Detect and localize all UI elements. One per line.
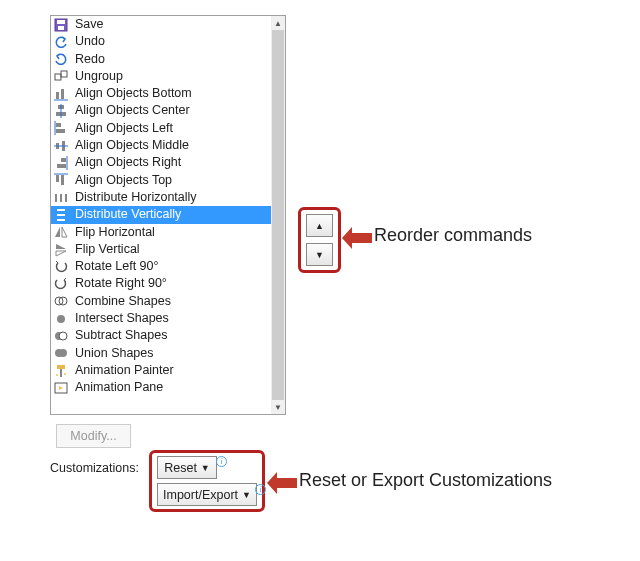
- list-item[interactable]: Flip Vertical: [51, 241, 273, 258]
- save-icon: [53, 17, 69, 33]
- redo-icon: [53, 51, 69, 67]
- svg-rect-18: [61, 158, 66, 162]
- callout-arrow-icon: [267, 470, 297, 496]
- svg-rect-7: [61, 89, 64, 99]
- list-item-label: Animation Painter: [75, 362, 174, 379]
- import-export-button[interactable]: Import/Export ▼: [157, 483, 257, 506]
- rotate-right-icon: [53, 276, 69, 292]
- union-shapes-icon: [53, 345, 69, 361]
- list-item[interactable]: Align Objects Bottom: [51, 85, 273, 102]
- list-item[interactable]: Ungroup: [51, 68, 273, 85]
- animation-pane-icon: [53, 380, 69, 396]
- list-item-label: Intersect Shapes: [75, 310, 169, 327]
- list-item[interactable]: Undo: [51, 33, 273, 50]
- svg-point-39: [64, 373, 66, 375]
- reorder-buttons-callout-box: ▲ ▼: [298, 207, 341, 273]
- list-item[interactable]: Union Shapes: [51, 345, 273, 362]
- svg-rect-25: [60, 194, 62, 202]
- distribute-vertical-icon: [53, 207, 69, 223]
- flip-vertical-icon: [53, 242, 69, 258]
- list-item[interactable]: Align Objects Left: [51, 120, 273, 137]
- list-item[interactable]: Animation Painter: [51, 362, 273, 379]
- svg-point-38: [56, 374, 58, 376]
- animation-painter-icon: [53, 363, 69, 379]
- svg-point-35: [59, 349, 67, 357]
- svg-rect-22: [61, 175, 64, 185]
- list-item[interactable]: Combine Shapes: [51, 293, 273, 310]
- reset-export-callout-box: Reset ▼ Import/Export ▼: [149, 450, 265, 512]
- list-item[interactable]: Rotate Right 90°: [51, 275, 273, 292]
- align-right-icon: [53, 155, 69, 171]
- move-down-button[interactable]: ▼: [306, 243, 333, 266]
- combine-shapes-icon: [53, 293, 69, 309]
- list-item[interactable]: Align Objects Center: [51, 102, 273, 119]
- list-item-label: Redo: [75, 51, 105, 68]
- list-item[interactable]: Flip Horizontal: [51, 224, 273, 241]
- list-item-label: Rotate Right 90°: [75, 275, 167, 292]
- command-list[interactable]: SaveUndoRedoUngroupAlign Objects BottomA…: [51, 16, 273, 414]
- list-item-label: Subtract Shapes: [75, 327, 167, 344]
- subtract-shapes-icon: [53, 328, 69, 344]
- align-bottom-icon: [53, 86, 69, 102]
- customizations-label: Customizations:: [50, 461, 139, 475]
- reset-button-label: Reset: [164, 461, 197, 475]
- reorder-callout-label: Reorder commands: [374, 225, 532, 246]
- modify-button-label: Modify...: [70, 429, 116, 443]
- list-item[interactable]: Redo: [51, 51, 273, 68]
- scrollbar-thumb[interactable]: [272, 30, 284, 400]
- list-item[interactable]: Subtract Shapes: [51, 327, 273, 344]
- caret-down-icon: ▼: [201, 463, 210, 473]
- list-item-label: Align Objects Center: [75, 102, 190, 119]
- info-icon[interactable]: i: [255, 484, 266, 495]
- list-item[interactable]: Align Objects Right: [51, 154, 273, 171]
- move-up-button[interactable]: ▲: [306, 214, 333, 237]
- svg-rect-5: [61, 71, 67, 77]
- list-item[interactable]: Align Objects Top: [51, 172, 273, 189]
- list-item[interactable]: Save: [51, 16, 273, 33]
- list-item-label: Align Objects Middle: [75, 137, 189, 154]
- list-item[interactable]: Distribute Horizontally: [51, 189, 273, 206]
- list-item-label: Flip Vertical: [75, 241, 140, 258]
- ungroup-icon: [53, 69, 69, 85]
- svg-rect-12: [56, 123, 61, 127]
- modify-button: Modify...: [56, 424, 131, 448]
- scroll-up-arrow[interactable]: ▲: [271, 16, 285, 30]
- command-list-panel: SaveUndoRedoUngroupAlign Objects BottomA…: [50, 15, 286, 415]
- svg-rect-29: [57, 219, 65, 221]
- list-item-label: Align Objects Left: [75, 120, 173, 137]
- callout-arrow-icon: [342, 225, 372, 251]
- list-item-label: Combine Shapes: [75, 293, 171, 310]
- list-item-label: Rotate Left 90°: [75, 258, 159, 275]
- svg-rect-37: [60, 369, 62, 377]
- list-item-label: Distribute Vertically: [75, 206, 181, 223]
- svg-rect-4: [55, 74, 61, 80]
- align-center-icon: [53, 103, 69, 119]
- scrollbar[interactable]: ▲ ▼: [271, 16, 285, 414]
- list-item[interactable]: Animation Pane: [51, 379, 273, 396]
- svg-rect-2: [57, 20, 65, 24]
- svg-rect-27: [57, 209, 65, 211]
- rotate-left-icon: [53, 259, 69, 275]
- svg-rect-36: [57, 365, 65, 369]
- list-item[interactable]: Intersect Shapes: [51, 310, 273, 327]
- list-item-label: Align Objects Top: [75, 172, 172, 189]
- list-item-label: Flip Horizontal: [75, 224, 155, 241]
- align-top-icon: [53, 172, 69, 188]
- list-item-label: Save: [75, 16, 104, 33]
- reset-button[interactable]: Reset ▼: [157, 456, 217, 479]
- svg-rect-19: [57, 164, 66, 168]
- list-item-label: Align Objects Right: [75, 154, 181, 171]
- info-icon[interactable]: i: [216, 456, 227, 467]
- list-item[interactable]: Rotate Left 90°: [51, 258, 273, 275]
- svg-rect-21: [56, 175, 59, 182]
- svg-rect-13: [56, 129, 65, 133]
- scroll-down-arrow[interactable]: ▼: [271, 400, 285, 414]
- caret-down-icon: ▼: [242, 490, 251, 500]
- list-item-label: Undo: [75, 33, 105, 50]
- list-item-label: Align Objects Bottom: [75, 85, 192, 102]
- reset-export-callout-label: Reset or Export Customizations: [299, 470, 552, 491]
- svg-rect-3: [58, 26, 64, 30]
- list-item[interactable]: Align Objects Middle: [51, 137, 273, 154]
- svg-rect-26: [65, 194, 67, 202]
- list-item[interactable]: Distribute Vertically: [51, 206, 273, 223]
